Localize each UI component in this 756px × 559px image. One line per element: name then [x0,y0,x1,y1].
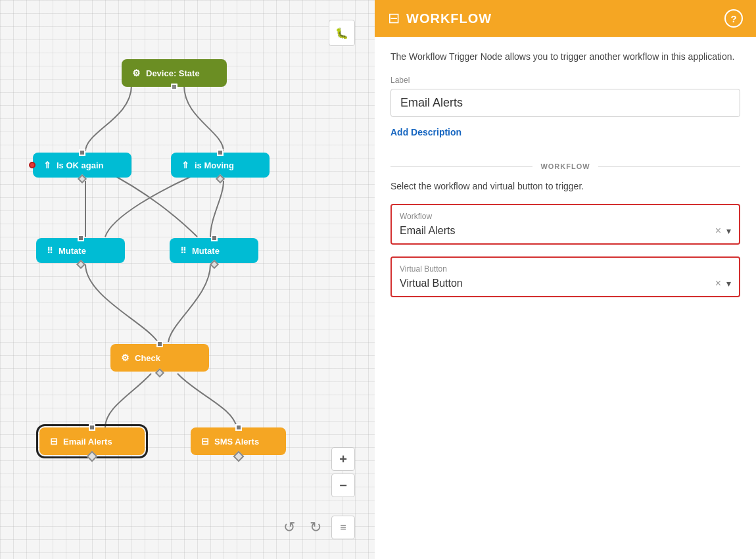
node-mutate-right-conn-bottom [209,260,218,269]
label-field-label: Label [390,76,740,85]
node-is-ok-again-icon: ⇑ [43,160,51,170]
node-sms-alerts[interactable]: ⊟ SMS Alerts [191,427,286,455]
node-check-conn-top [156,341,163,347]
node-device-state-label: Device: State [146,68,200,78]
menu-button[interactable]: ≡ [331,516,355,539]
virtual-button-dropdown-value: Virtual Button [400,278,715,289]
node-mutate-left-label: Mutate [59,246,86,256]
node-check-conn-bottom [155,368,164,377]
node-check-icon: ⚙ [121,352,130,363]
node-is-moving-label: is Moving [195,160,234,170]
node-device-state[interactable]: ⚙ Device: State [122,59,227,87]
node-is-ok-again-conn-left [29,162,35,168]
workflow-dropdown-group[interactable]: Workflow Email Alerts × ▾ [390,204,740,245]
node-is-moving[interactable]: ⇑ is Moving [171,153,270,178]
virtual-button-dropdown-row: Virtual Button × ▾ [400,278,731,289]
workflow-dropdown-row: Email Alerts × ▾ [400,225,731,237]
node-is-ok-again-conn-top [79,149,85,156]
panel-header: ⊟ WORKFLOW ? [375,0,756,37]
node-mutate-left-conn-bottom [76,260,85,269]
undo-button[interactable]: ↺ [279,517,300,538]
canvas-toolbar: 🐛 [329,20,355,46]
node-sms-alerts-icon: ⊟ [201,436,209,447]
virtual-button-dropdown-clear[interactable]: × [715,278,721,289]
node-is-moving-icon: ⇑ [181,160,189,170]
canvas-panel: 🐛 ⚙ Device: State ⇑ Is OK again ⇑ is Mov… [0,0,375,559]
divider-line-left [390,166,532,167]
node-is-moving-conn-top [217,149,224,156]
node-mutate-right-icon: ⠿ [180,246,187,256]
virtual-button-dropdown-label: Virtual Button [400,264,731,274]
node-is-ok-again[interactable]: ⇑ Is OK again [33,153,131,178]
workflow-dropdown-clear[interactable]: × [715,225,721,237]
label-input[interactable] [390,89,740,117]
node-email-alerts[interactable]: ⊟ Email Alerts [39,427,145,455]
panel-header-left: ⊟ WORKFLOW [388,10,492,27]
node-sms-alerts-label: SMS Alerts [214,437,259,447]
node-mutate-left[interactable]: ⠿ Mutate [36,238,125,263]
node-sms-alerts-conn-bottom [233,451,244,462]
section-description: Select the workflow and virtual button t… [390,180,740,193]
right-panel: ⊟ WORKFLOW ? The Workflow Trigger Node a… [375,0,756,559]
workflow-dropdown-label: Workflow [400,212,731,221]
node-device-state-conn-bottom [171,84,177,90]
zoom-controls: + − [331,447,355,497]
redo-button[interactable]: ↻ [305,517,326,538]
zoom-in-button[interactable]: + [331,447,355,471]
workflow-dropdown-actions: × ▾ [715,225,731,237]
debug-icon: 🐛 [335,27,348,39]
node-mutate-right-label: Mutate [192,246,220,256]
node-email-alerts-icon: ⊟ [50,436,58,447]
help-button[interactable]: ? [724,9,743,28]
node-mutate-right[interactable]: ⠿ Mutate [170,238,258,263]
panel-header-title: WORKFLOW [406,11,492,26]
section-divider: WORKFLOW [390,162,740,170]
panel-body: The Workflow Trigger Node allows you to … [375,37,756,559]
divider-text: WORKFLOW [540,162,590,170]
node-mutate-left-icon: ⠿ [47,246,53,256]
divider-line-right [598,166,740,167]
panel-description: The Workflow Trigger Node allows you to … [390,50,740,64]
virtual-button-dropdown-arrow[interactable]: ▾ [726,278,731,289]
node-check-label: Check [135,353,160,363]
virtual-button-dropdown-actions: × ▾ [715,278,731,289]
virtual-button-dropdown-group[interactable]: Virtual Button Virtual Button × ▾ [390,256,740,297]
debug-button[interactable]: 🐛 [329,20,355,46]
node-email-alerts-conn-bottom [87,451,98,462]
node-check[interactable]: ⚙ Check [110,344,209,372]
node-is-moving-conn-bottom [216,174,225,183]
node-mutate-left-conn-top [78,235,84,241]
node-mutate-right-conn-top [211,235,218,241]
workflow-dropdown-arrow[interactable]: ▾ [726,226,731,236]
zoom-out-button[interactable]: − [331,474,355,497]
canvas-bottom-controls: ↺ ↻ ≡ [279,516,355,539]
node-email-alerts-conn-top [89,424,95,431]
add-description-link[interactable]: Add Description [390,127,461,137]
node-email-alerts-label: Email Alerts [63,437,112,447]
node-device-state-icon: ⚙ [132,68,141,78]
node-sms-alerts-conn-top [235,424,242,431]
node-is-ok-again-label: Is OK again [57,160,104,170]
node-is-ok-again-conn-bottom [78,174,87,183]
panel-header-icon: ⊟ [388,10,400,27]
workflow-dropdown-value: Email Alerts [400,225,715,237]
